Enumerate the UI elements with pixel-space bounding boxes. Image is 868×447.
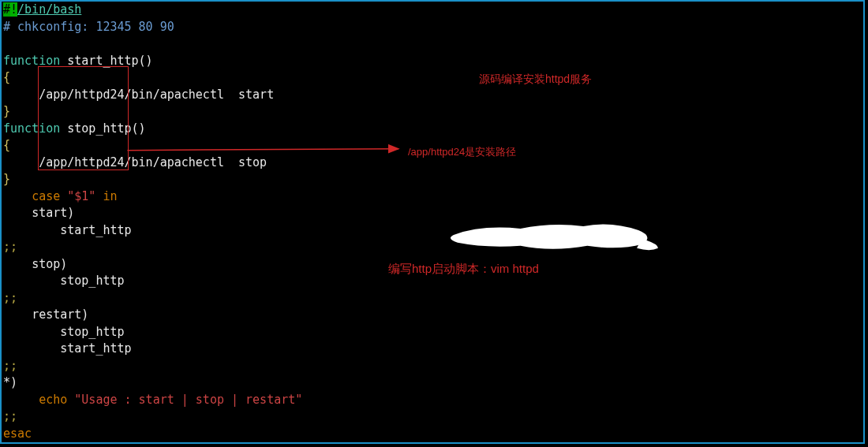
fn-start-parens: () xyxy=(139,54,153,68)
fn-stop-parens: () xyxy=(132,121,146,136)
kw-case: case xyxy=(32,189,60,203)
branch-stop-call: stop_http xyxy=(60,274,124,288)
kw-function: function xyxy=(3,54,60,68)
cursor-block: # xyxy=(3,2,10,17)
branch-restart-call2: start_http xyxy=(60,341,131,356)
fn-stop-name: stop_http xyxy=(67,121,131,136)
brace-open: { xyxy=(3,70,10,84)
branch-default-label: *) xyxy=(3,375,17,389)
kw-function: function xyxy=(3,121,60,136)
branch-restart-call1: stop_http xyxy=(60,325,124,339)
fn-stop-body-arg: stop xyxy=(238,155,267,169)
chkconfig-levels: 12345 xyxy=(95,20,131,34)
branch-stop-label: stop) xyxy=(32,257,67,271)
kw-in: in xyxy=(103,189,117,203)
chkconfig-prefix: # chkconfig: xyxy=(3,20,95,34)
fn-stop-body-path: /app/httpd24/bin/apachectl xyxy=(39,155,224,169)
chkconfig-stop: 90 xyxy=(160,20,174,34)
terminal-window: #!/bin/bash # chkconfig: 12345 80 90 fun… xyxy=(0,0,865,444)
case-sep: ;; xyxy=(3,291,17,305)
case-sep: ;; xyxy=(3,409,17,423)
shebang-bang: ! xyxy=(10,2,17,17)
code-content: #!/bin/bash # chkconfig: 12345 80 90 fun… xyxy=(2,2,863,442)
case-sep: ;; xyxy=(3,359,17,373)
branch-start-label: start) xyxy=(32,206,74,220)
case-sep: ;; xyxy=(3,240,17,254)
usage-msg: "Usage : start | stop | restart" xyxy=(74,393,302,407)
fn-start-name: start_http xyxy=(67,54,138,68)
kw-echo: echo xyxy=(39,393,67,407)
branch-restart-label: restart) xyxy=(32,307,88,322)
brace-close: } xyxy=(3,104,10,118)
case-var: "$1" xyxy=(67,189,95,203)
brace-close: } xyxy=(3,172,10,186)
kw-esac: esac xyxy=(3,427,32,441)
brace-open: { xyxy=(3,138,10,152)
shebang-path: /bin/bash xyxy=(17,2,81,17)
chkconfig-start: 80 xyxy=(139,20,153,34)
branch-start-call: start_http xyxy=(60,223,131,237)
fn-start-body-path: /app/httpd24/bin/apachectl xyxy=(39,88,224,102)
fn-start-body-arg: start xyxy=(238,88,274,102)
